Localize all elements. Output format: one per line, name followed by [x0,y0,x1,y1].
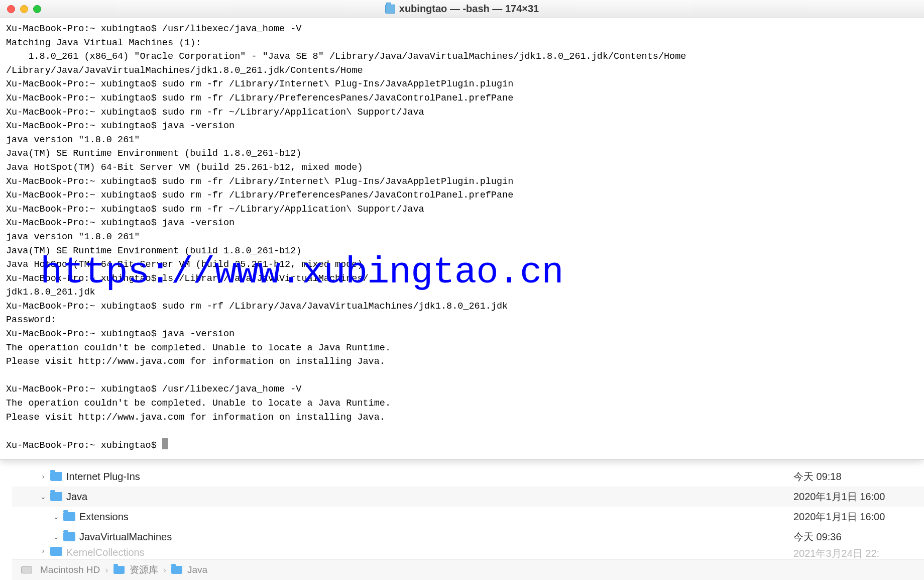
maximize-button[interactable] [33,5,41,13]
path-segment[interactable]: 资源库 [130,563,158,576]
path-segment[interactable]: Macintosh HD [40,564,100,575]
finder-row[interactable]: ⌄ JavaVirtualMachines 今天 09:36 [12,527,924,547]
folder-icon [113,566,125,574]
close-button[interactable] [7,5,15,13]
finder-row[interactable]: › Internet Plug-Ins 今天 09:18 [12,466,924,487]
folder-name: KernelCollections [66,547,793,558]
date-modified: 今天 09:36 [793,530,924,544]
minimize-button[interactable] [20,5,28,13]
finder-pathbar: Macintosh HD › 资源库 › Java [12,559,924,580]
window-title: xubingtao — -bash — 174×31 [0,3,924,15]
disclosure-arrow-icon[interactable]: ⌄ [52,513,60,521]
terminal-window: xubingtao — -bash — 174×31 Xu-MacBook-Pr… [0,0,924,460]
chevron-icon: › [163,564,166,575]
finder-row[interactable]: ⌄ Java 2020年1月1日 16:00 [12,487,924,507]
disclosure-arrow-icon[interactable]: › [39,547,47,555]
folder-name: Java [66,491,793,503]
chevron-icon: › [105,564,108,575]
window-title-text: xubingtao — -bash — 174×31 [399,3,539,15]
disclosure-arrow-icon[interactable]: ⌄ [39,493,47,501]
folder-icon [50,472,62,481]
folder-name: Internet Plug-Ins [66,471,793,482]
finder-row[interactable]: ⌄ Extensions 2020年1月1日 16:00 [12,507,924,527]
window-titlebar[interactable]: xubingtao — -bash — 174×31 [0,0,924,18]
date-modified: 2020年1月1日 16:00 [793,490,924,504]
home-folder-icon [385,5,395,14]
disclosure-arrow-icon[interactable]: ⌄ [52,533,60,541]
date-modified: 2021年3月24日 22: [793,547,924,559]
terminal-body[interactable]: Xu-MacBook-Pro:~ xubingtao$ /usr/libexec… [0,18,924,459]
hdd-icon [21,566,32,573]
folder-icon [63,532,75,541]
terminal-cursor [162,438,168,449]
folder-icon [50,492,62,501]
folder-icon [171,566,182,574]
disclosure-arrow-icon[interactable]: › [39,472,47,480]
finder-list: › Internet Plug-Ins 今天 09:18 ⌄ Java 2020… [12,466,924,559]
traffic-lights [7,5,41,13]
folder-icon [63,512,75,521]
folder-name: JavaVirtualMachines [79,531,793,543]
terminal-prompt: Xu-MacBook-Pro:~ xubingtao$ [6,440,162,451]
path-segment[interactable]: Java [187,564,207,575]
date-modified: 2020年1月1日 16:00 [793,510,924,524]
folder-name: Extensions [79,511,793,523]
date-modified: 今天 09:18 [793,470,924,484]
finder-row[interactable]: › KernelCollections 2021年3月24日 22: [12,547,924,559]
folder-icon [50,547,62,556]
